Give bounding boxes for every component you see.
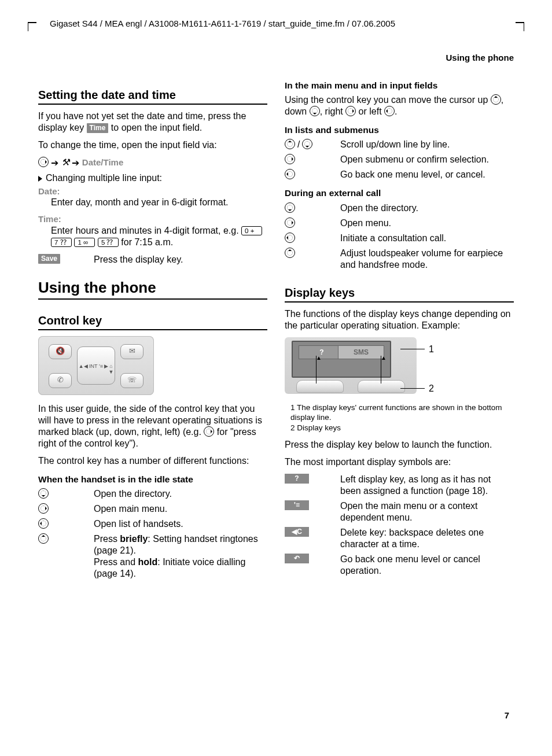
heading-setting-date-time: Setting the date and time: [38, 88, 267, 102]
key-1: 1 ∞: [74, 238, 95, 247]
nav-up-icon: [285, 139, 295, 149]
idle-row: Press briefly: Setting handset ringtones…: [38, 533, 267, 580]
page-number: 7: [505, 710, 509, 721]
para: The most important display symbols are:: [285, 456, 514, 468]
nav-up-icon: [491, 94, 501, 105]
idle-row: Open the directory.: [38, 488, 267, 500]
nav-down-icon: [310, 106, 320, 116]
nav-right-icon: [345, 106, 356, 116]
nav-down-icon: [285, 202, 295, 213]
display-cell-sms: SMS: [338, 345, 384, 359]
symbol-row: ◀CDelete key: backspace deletes one char…: [285, 527, 514, 550]
caption-2: 2 Display keys: [285, 423, 514, 433]
nav-path: ➔ ⚒ ➔ Date/Time: [38, 157, 267, 169]
idle-row: Open list of handsets.: [38, 518, 267, 530]
key-0: 0 +: [241, 226, 262, 235]
nav-left-icon: [285, 169, 295, 179]
para: If you have not yet set the date and tim…: [38, 110, 267, 134]
heading-display-keys: Display keys: [285, 286, 514, 300]
para: The control key has a number of differen…: [38, 455, 267, 467]
delete-icon: ◀C: [285, 527, 309, 537]
caption-1: 1 The display keys' current functions ar…: [285, 403, 514, 423]
para: Press the display key below to launch th…: [285, 439, 514, 451]
para: In this user guide, the side of the cont…: [38, 403, 267, 449]
control-key-center: ▲◀ INT '≡ ▶⌂▼: [77, 346, 115, 385]
symbol-row: '≡Open the main menu or a context depend…: [285, 500, 514, 523]
bullet-change: Changing multiple line input:: [38, 172, 267, 184]
leader-line: [400, 388, 425, 389]
label-time: Time:: [38, 214, 267, 225]
key-7: 7 ⁇: [51, 238, 72, 247]
arrow-up-icon: ▲: [316, 355, 322, 362]
triangle-icon: [38, 176, 42, 182]
nav-right-icon: [38, 503, 49, 514]
crop-mark: [516, 22, 524, 31]
question-icon: ?: [285, 474, 309, 484]
heading-using-phone: Using the phone: [38, 278, 267, 297]
content-columns: Setting the date and time If you have no…: [38, 79, 514, 583]
arrow-up-icon: ▲: [381, 355, 387, 362]
para: To change the time, open the input field…: [38, 139, 267, 151]
nav-left-icon: [38, 518, 49, 529]
nav-right-icon: [285, 217, 295, 228]
page: Gigaset S44 / MEA engl / A31008-M1611-A6…: [0, 0, 552, 756]
nav-down-icon: [302, 139, 312, 149]
nav-date-time: Date/Time: [82, 157, 123, 167]
heading-control-key: Control key: [38, 314, 267, 328]
ext-row: Open the directory.: [285, 202, 514, 214]
date-text: Enter day, month and year in 6-digit for…: [51, 197, 267, 208]
back-icon: ↶: [285, 554, 309, 563]
nav-right-icon: [285, 154, 295, 164]
nav-right-icon: [204, 426, 214, 437]
display-key-left: [296, 380, 344, 393]
tools-icon: ⚒: [61, 157, 69, 167]
right-column: In the main menu and in input fields Usi…: [285, 79, 514, 581]
list-row: Open submenu or confirm selection.: [285, 154, 514, 165]
left-column: Setting the date and time If you have no…: [38, 79, 267, 583]
callout-2: 2: [429, 383, 434, 394]
heading-main-menu: In the main menu and in input fields: [285, 80, 514, 91]
nav-right-icon: [38, 157, 49, 167]
time-badge: Time: [87, 123, 109, 133]
key-5: 5 ⁇: [98, 238, 119, 247]
callout-1: 1: [429, 344, 434, 355]
list-row: Go back one menu level, or cancel.: [285, 169, 514, 180]
nav-down-icon: [38, 488, 49, 499]
leader-line: [400, 349, 425, 349]
menu-icon: '≡: [285, 500, 309, 510]
save-row: Save Press the display key.: [38, 254, 267, 265]
para: The functions of the display keys change…: [285, 308, 514, 331]
nav-left-icon: [285, 233, 295, 243]
running-head: Using the phone: [38, 53, 514, 64]
heading-external-call: During an external call: [285, 187, 514, 198]
heading-lists: In lists and submenus: [285, 124, 514, 135]
mute-icon: 🔇: [49, 344, 72, 359]
arrow-icon: ➔: [72, 157, 79, 169]
display-key-right: [358, 380, 405, 393]
display-keys-figure: ? SMS 1 2 ▲ ▲: [285, 337, 434, 401]
call-icon: ✆: [49, 373, 72, 388]
save-text: Press the display key.: [94, 254, 267, 265]
nav-up-icon: [38, 533, 49, 544]
save-badge: Save: [38, 254, 60, 264]
para: Using the control key you can move the c…: [285, 94, 514, 117]
symbol-row: ?Left display key, as long as it has not…: [285, 474, 514, 497]
ext-row: Adjust loudspeaker volume for earpiece a…: [285, 248, 514, 271]
time-text: Enter hours and minutes in 4-digit forma…: [51, 225, 267, 248]
nav-left-icon: [384, 106, 395, 116]
hangup-icon: ☏: [120, 373, 143, 388]
crop-mark: [28, 22, 36, 31]
nav-up-icon: [285, 248, 295, 258]
arrow-icon: ➔: [51, 157, 58, 169]
mail-icon: ✉: [120, 344, 143, 359]
control-key-figure: 🔇 ✉ ▲◀ INT '≡ ▶⌂▼ ✆ ☏: [38, 336, 154, 395]
idle-row: Open main menu.: [38, 503, 267, 515]
list-row: / Scroll up/down line by line.: [285, 139, 514, 150]
label-date: Date:: [38, 186, 267, 197]
header-path: Gigaset S44 / MEA engl / A31008-M1611-A6…: [38, 19, 514, 32]
symbol-row: ↶Go back one menu level or cancel operat…: [285, 554, 514, 577]
ext-row: Initiate a consultation call.: [285, 233, 514, 244]
ext-row: Open menu.: [285, 217, 514, 229]
heading-idle: When the handset is in the idle state: [38, 474, 267, 485]
